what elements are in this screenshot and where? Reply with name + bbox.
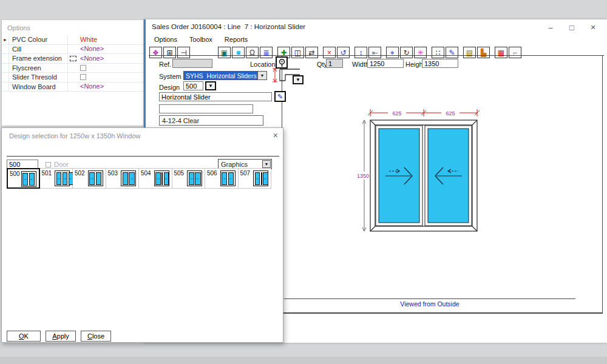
glass-button[interactable]: ■ xyxy=(232,47,245,58)
drawing-caption: Viewed from Outside xyxy=(284,300,575,308)
option-row-window-board[interactable]: Window Board<None> xyxy=(2,83,143,92)
desktop-strip xyxy=(0,357,607,364)
window-title: Sales Order J0160004 : Line 7 : Horizont… xyxy=(152,23,305,30)
option-value[interactable]: <None> xyxy=(78,54,143,63)
option-label: Slider Thresold xyxy=(9,73,68,82)
specification-button[interactable]: ≣ xyxy=(260,47,273,58)
option-row-frame-extension[interactable]: Frame extension<None> xyxy=(2,54,143,64)
system-select-value: SYHS Horizontal Sliders xyxy=(184,72,257,79)
menu-toolbox[interactable]: Toolbox xyxy=(183,35,219,43)
design-label: Design xyxy=(159,84,180,91)
chevron-down-icon[interactable]: ▼ xyxy=(262,160,271,168)
design-option-503[interactable]: 503→ xyxy=(106,168,140,189)
palette-button[interactable]: ❖ xyxy=(149,47,162,58)
design-id: 503 xyxy=(108,170,118,177)
design-window-icon: → xyxy=(121,170,136,186)
titlebar[interactable]: Sales Order J0160004 : Line 7 : Horizont… xyxy=(146,19,607,35)
option-checkbox[interactable] xyxy=(80,74,86,80)
design-option-504[interactable]: 504→← xyxy=(139,168,172,189)
design-id: 506 xyxy=(207,170,217,177)
description-input[interactable] xyxy=(159,92,272,101)
menu-bar: OptionsToolboxReports xyxy=(146,35,607,46)
option-value[interactable] xyxy=(78,64,143,73)
design-selection-dialog: Design selection for 1250w x 1350h Windo… xyxy=(1,127,283,343)
row-mid-cell xyxy=(68,45,78,54)
door-checkbox[interactable] xyxy=(46,162,51,167)
row-gutter xyxy=(2,54,9,63)
profile-dropdown-button[interactable]: ▼ xyxy=(293,75,304,84)
top-dimension-lines xyxy=(368,109,480,116)
selected-row-arrow-icon: ► xyxy=(3,38,7,42)
option-row-flyscreen[interactable]: Flyscreen xyxy=(2,64,143,73)
qty-input[interactable] xyxy=(326,59,343,68)
design-option-502[interactable]: 502→ xyxy=(73,168,106,189)
location-pin-button[interactable] xyxy=(276,56,288,69)
dialog-close-icon[interactable]: × xyxy=(273,130,278,140)
dialog-separator xyxy=(7,156,279,157)
close-button[interactable]: Close xyxy=(81,331,111,342)
option-label: Cill xyxy=(9,45,68,54)
row-mid-cell xyxy=(68,64,78,73)
caption-separator xyxy=(284,298,575,299)
height-input[interactable] xyxy=(422,59,458,68)
frame-button[interactable]: ▣ xyxy=(218,47,231,58)
location-pin-icon xyxy=(278,58,286,67)
row-gutter xyxy=(2,73,9,82)
close-button[interactable]: × xyxy=(586,21,600,33)
design-option-505[interactable]: 505→← xyxy=(172,168,206,189)
option-row-cill[interactable]: Cill<None> xyxy=(2,45,143,55)
option-value[interactable] xyxy=(78,73,143,82)
design-dropdown-button[interactable]: ▼ xyxy=(205,81,216,90)
lock-button[interactable]: Ω xyxy=(246,47,259,58)
design-option-507[interactable]: 507→← xyxy=(239,168,272,189)
system-select[interactable]: SYHS Horizontal Sliders ▼ xyxy=(183,71,267,80)
row-gutter xyxy=(2,45,9,54)
design-window-icon: →← xyxy=(187,170,202,186)
option-row-pvc-colour[interactable]: ►PVC ColourWhite xyxy=(2,35,143,45)
dim-side: 1350 xyxy=(357,173,369,179)
ref-input[interactable] xyxy=(172,59,212,68)
options-panel-title: Options xyxy=(2,20,143,35)
options-panel: Options ►PVC ColourWhiteCill<None>Frame … xyxy=(1,19,144,126)
design-option-506[interactable]: 506→← xyxy=(205,168,239,189)
grid-button[interactable]: ⊞ xyxy=(163,47,176,58)
edit-description-button[interactable]: ✎ xyxy=(274,91,286,102)
menu-reports[interactable]: Reports xyxy=(219,35,254,43)
row-gutter xyxy=(2,83,9,92)
picker-icon[interactable] xyxy=(70,56,76,61)
button-label: Close xyxy=(81,332,110,340)
option-value[interactable]: <None> xyxy=(78,45,143,54)
design-window-icon: →→← xyxy=(55,170,70,186)
ref-label: Ref. xyxy=(159,61,171,68)
design-option-500[interactable]: 500→← xyxy=(7,168,40,189)
design-window-icon: →← xyxy=(253,170,268,186)
glazing-field[interactable]: 4-12-4 Clear xyxy=(159,115,263,126)
chevron-down-icon[interactable]: ▼ xyxy=(257,72,266,79)
apply-button[interactable]: Apply xyxy=(46,331,76,342)
design-window-icon: →← xyxy=(220,170,236,186)
design-input[interactable] xyxy=(183,81,203,90)
option-checkbox[interactable] xyxy=(80,65,86,71)
design-id: 502 xyxy=(75,170,85,177)
design-option-501[interactable]: 501→→← xyxy=(40,168,73,189)
option-row-slider-thresold[interactable]: Slider Thresold xyxy=(2,73,143,83)
minimize-button[interactable]: – xyxy=(544,21,557,33)
row-mid-cell xyxy=(68,54,78,63)
design-id: 501 xyxy=(42,170,52,177)
option-value[interactable]: <None> xyxy=(78,83,143,92)
menu-options[interactable]: Options xyxy=(148,35,183,43)
option-label: Window Board xyxy=(9,83,68,92)
option-value[interactable]: White xyxy=(78,35,143,44)
maximize-button[interactable]: □ xyxy=(565,21,578,33)
mirror-button[interactable]: ⊣ xyxy=(177,47,190,58)
row-gutter xyxy=(2,64,9,73)
design-window-icon: → xyxy=(88,170,103,186)
row-mid-cell xyxy=(68,73,78,82)
system-label: System xyxy=(159,73,181,80)
width-input[interactable] xyxy=(367,59,404,68)
design-id: 504 xyxy=(141,170,151,177)
button-label: OK xyxy=(7,332,40,340)
extra-input[interactable] xyxy=(159,104,253,113)
option-label: Frame extension xyxy=(9,54,68,63)
ok-button[interactable]: OK xyxy=(7,331,41,342)
